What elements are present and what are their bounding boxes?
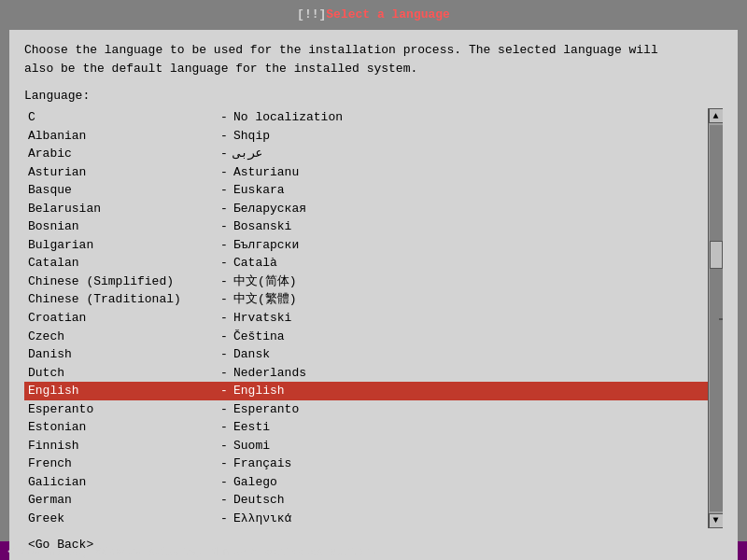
lang-native-name: Čeština [233, 329, 285, 345]
list-item[interactable]: Chinese (Traditional)-中文(繁體) [24, 290, 708, 309]
description-line1: Choose the language to be used for the i… [24, 43, 658, 57]
list-item[interactable]: Galician-Galego [24, 473, 708, 492]
lang-separator: - [215, 455, 233, 472]
lang-separator: - [215, 310, 233, 327]
list-item[interactable]: English-English [24, 382, 708, 400]
scroll-track[interactable] [710, 125, 723, 511]
lang-native-name: عربى [233, 146, 262, 162]
list-item[interactable]: French-Français [24, 455, 708, 473]
lang-native-name: Eesti [233, 419, 270, 436]
list-item[interactable]: Finnish-Suomi [24, 437, 708, 455]
list-item[interactable]: Chinese (Simplified)-中文(简体) [24, 273, 708, 291]
lang-name: English [28, 383, 215, 399]
lang-name: Czech [28, 329, 215, 345]
lang-native-name: Беларуская [233, 201, 306, 217]
list-item[interactable]: C-No localization [24, 108, 708, 127]
lang-native-name: Български [233, 237, 299, 254]
lang-name: Finnish [28, 438, 215, 455]
lang-separator: - [215, 329, 233, 345]
list-item[interactable]: Esperanto-Esperanto [24, 400, 708, 419]
lang-name: Catalan [28, 255, 215, 272]
lang-native-name: Esperanto [233, 401, 299, 418]
list-item[interactable]: Czech-Čeština [24, 328, 708, 346]
lang-name: Bosnian [28, 218, 215, 235]
list-item[interactable]: Basque-Euskara [24, 181, 708, 200]
lang-native-name: 中文(繁體) [233, 291, 297, 308]
lang-name: Danish [28, 346, 215, 363]
lang-name: Basque [28, 182, 215, 199]
lang-separator: - [215, 201, 233, 217]
list-item[interactable]: Albanian-Shqip [24, 127, 708, 146]
list-item[interactable]: Estonian-Eesti [24, 418, 708, 437]
lang-name: Estonian [28, 419, 215, 436]
lang-native-name: Hrvatski [233, 310, 291, 327]
scrollbar[interactable]: ▲ ▼ [708, 108, 723, 528]
lang-separator: - [215, 474, 233, 491]
list-item[interactable]: Bulgarian-Български [24, 236, 708, 255]
lang-separator: - [215, 401, 233, 418]
list-item[interactable]: Dutch-Nederlands [24, 364, 708, 383]
lang-native-name: Euskara [233, 182, 285, 199]
lang-separator: - [215, 383, 233, 399]
lang-separator: - [215, 419, 233, 436]
lang-name: Greek [28, 511, 215, 527]
list-item[interactable]: Catalan-Català [24, 254, 708, 273]
lang-separator: - [215, 255, 233, 272]
status-bar-text: <Tab> moves; <Space> selects; <Enter> ac… [7, 546, 377, 559]
list-item[interactable]: Danish-Dansk [24, 345, 708, 364]
lang-name: C [28, 109, 215, 126]
lang-separator: - [215, 346, 233, 363]
list-item[interactable]: Greek-Ελληνικά [24, 510, 708, 528]
list-item[interactable]: German-Deutsch [24, 491, 708, 510]
list-item[interactable]: Asturian-Asturianu [24, 163, 708, 182]
lang-separator: - [215, 164, 233, 181]
lang-name: Dutch [28, 365, 215, 382]
lang-separator: - [215, 492, 233, 509]
main-window: Choose the language to be used for the i… [7, 28, 740, 541]
lang-native-name: No localization [233, 109, 343, 126]
lang-name: Albanian [28, 128, 215, 145]
list-item[interactable]: Bosnian-Bosanski [24, 217, 708, 236]
description-line2: also be the default language for the ins… [24, 62, 417, 76]
lang-name: Esperanto [28, 401, 215, 418]
lang-separator: - [215, 218, 233, 235]
lang-native-name: Galego [233, 474, 277, 491]
list-item[interactable]: Belarusian-Беларуская [24, 200, 708, 218]
lang-native-name: 中文(简体) [233, 273, 297, 290]
language-list-container: C-No localizationAlbanian-ShqipArabic-عر… [24, 108, 723, 528]
lang-separator: - [215, 438, 233, 455]
scroll-thumb[interactable] [710, 241, 723, 269]
list-item[interactable]: Croatian-Hrvatski [24, 309, 708, 328]
lang-native-name: Français [233, 455, 291, 472]
lang-native-name: Ελληνικά [233, 511, 291, 527]
scroll-up-arrow[interactable]: ▲ [709, 108, 724, 123]
lang-name: Bulgarian [28, 237, 215, 254]
scroll-down-arrow[interactable]: ▼ [709, 513, 724, 528]
scroll-tick [719, 318, 723, 320]
lang-native-name: Bosanski [233, 218, 291, 235]
lang-native-name: Suomi [233, 438, 270, 455]
lang-name: Croatian [28, 310, 215, 327]
lang-native-name: Asturianu [233, 164, 299, 181]
lang-native-name: Dansk [233, 346, 270, 363]
lang-separator: - [215, 146, 233, 162]
lang-separator: - [215, 273, 233, 290]
list-item[interactable]: Arabic-عربى [24, 145, 708, 163]
lang-separator: - [215, 109, 233, 126]
lang-name: German [28, 492, 215, 509]
lang-name: Chinese (Traditional) [28, 291, 215, 308]
lang-separator: - [215, 365, 233, 382]
lang-name: Arabic [28, 146, 215, 162]
lang-name: Asturian [28, 164, 215, 181]
lang-name: Chinese (Simplified) [28, 273, 215, 290]
lang-name: Belarusian [28, 201, 215, 217]
language-list[interactable]: C-No localizationAlbanian-ShqipArabic-عر… [24, 108, 708, 528]
lang-name: Galician [28, 474, 215, 491]
lang-separator: - [215, 128, 233, 145]
lang-native-name: English [233, 383, 285, 399]
lang-native-name: Shqip [233, 128, 270, 145]
title-bracket-left: [!!] [297, 7, 326, 21]
lang-native-name: Nederlands [233, 365, 306, 382]
lang-name: French [28, 455, 215, 472]
lang-separator: - [215, 511, 233, 527]
